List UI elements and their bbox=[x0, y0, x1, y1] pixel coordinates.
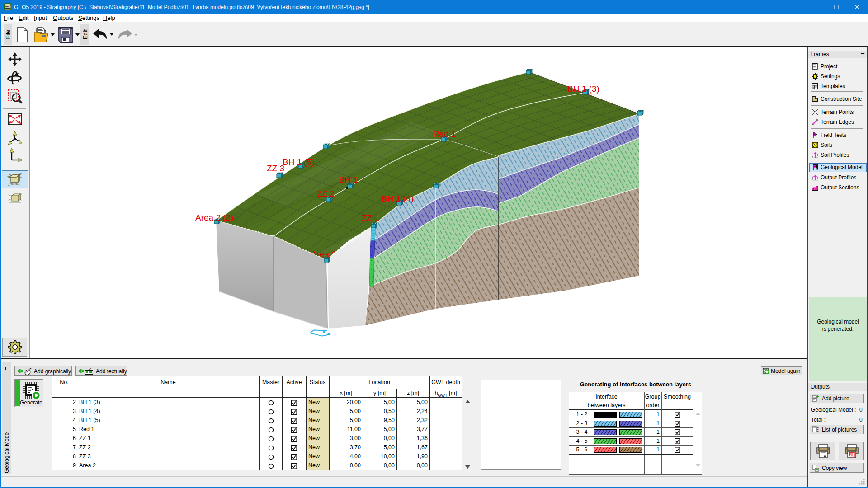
svg-text:BH 1 (4): BH 1 (4) bbox=[382, 194, 414, 203]
svg-text:BH 1 (5): BH 1 (5) bbox=[283, 157, 315, 167]
svg-text:BH 1: BH 1 bbox=[339, 175, 358, 184]
svg-text:Area 2 (2): Area 2 (2) bbox=[195, 213, 233, 222]
svg-text:ZZ 1: ZZ 1 bbox=[362, 213, 379, 223]
svg-text:ZZ 3: ZZ 3 bbox=[267, 164, 284, 173]
svg-text:Red 1: Red 1 bbox=[433, 129, 456, 139]
svg-text:ZZ 2: ZZ 2 bbox=[317, 189, 335, 198]
svg-text:BH 1 (3): BH 1 (3) bbox=[567, 84, 599, 94]
